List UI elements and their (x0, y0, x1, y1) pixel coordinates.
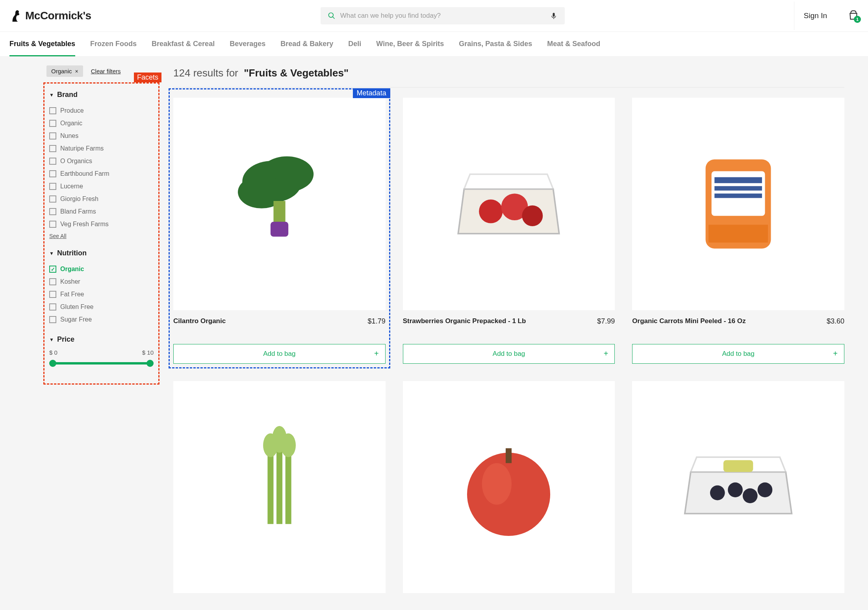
product-image (403, 98, 615, 310)
facet-option[interactable]: Sugar Free (49, 313, 154, 326)
facet-price: ▼ Price $ 0 $ 10 (49, 335, 154, 367)
annotation-facets-label: Facets (134, 73, 161, 82)
facet-option[interactable]: Fat Free (49, 288, 154, 301)
add-to-bag-button[interactable]: Add to bag+ (173, 344, 386, 364)
price-slider-max-thumb[interactable] (147, 360, 154, 367)
svg-line-1 (332, 17, 334, 19)
product-price: $7.99 (597, 317, 615, 337)
checkbox-icon (49, 158, 56, 165)
price-slider-min-thumb[interactable] (49, 360, 56, 367)
nav-item[interactable]: Meat & Seafood (547, 40, 600, 56)
add-to-bag-button[interactable]: Add to bag+ (403, 344, 615, 364)
product-card[interactable] (173, 381, 386, 601)
product-card[interactable]: Strawberries Organic Prepacked - 1 Lb$7.… (403, 98, 615, 364)
plus-icon: + (374, 349, 379, 358)
filter-chip-organic[interactable]: Organic × (46, 65, 83, 77)
svg-rect-16 (714, 193, 762, 198)
plus-icon: + (604, 349, 608, 358)
facet-brand-toggle[interactable]: ▼ Brand (49, 91, 154, 99)
brand-name: McCormick's (25, 9, 91, 22)
microphone-icon[interactable] (550, 12, 558, 20)
svg-point-25 (482, 463, 512, 505)
svg-rect-15 (714, 186, 762, 190)
facet-option[interactable]: Bland Farms (49, 205, 154, 218)
results-header: 124 results for "Fruits & Vegetables" (173, 67, 844, 87)
checkbox-icon: ✓ (49, 266, 56, 273)
add-to-bag-button[interactable]: Add to bag+ (632, 344, 844, 364)
dog-logo-icon (9, 9, 21, 23)
facet-option[interactable]: Kosher (49, 275, 154, 288)
caret-down-icon: ▼ (49, 92, 54, 98)
svg-point-0 (328, 13, 333, 18)
facet-option[interactable]: Organic (49, 117, 154, 130)
svg-rect-8 (271, 222, 288, 237)
svg-rect-17 (708, 225, 768, 242)
svg-rect-18 (267, 450, 273, 524)
svg-point-9 (479, 199, 503, 223)
svg-rect-2 (553, 13, 555, 17)
facet-option[interactable]: Earthbound Farm (49, 167, 154, 180)
product-name: Organic Carrots Mini Peeled - 16 Oz (632, 317, 746, 337)
search-bar (321, 7, 565, 24)
product-image (173, 381, 386, 593)
price-min-label: $ 0 (49, 349, 57, 356)
price-max-label: $ 10 (142, 349, 154, 356)
product-card[interactable]: MetadataCilantro Organic$1.79Add to bag+ (173, 98, 386, 364)
nav-item[interactable]: Bread & Bakery (280, 40, 333, 56)
product-price: $3.60 (827, 317, 844, 337)
facet-option[interactable]: Naturipe Farms (49, 142, 154, 155)
svg-point-11 (522, 205, 543, 226)
facet-option[interactable]: Giorgio Fresh (49, 193, 154, 205)
facets-panel: Facets ▼ Brand ProduceOrganicNunesNaturi… (43, 82, 160, 385)
svg-point-29 (743, 489, 758, 504)
product-image (632, 98, 844, 310)
facet-brand: ▼ Brand ProduceOrganicNunesNaturipe Farm… (49, 91, 154, 240)
nav-item[interactable]: Breakfast & Cereal (152, 40, 215, 56)
nav-item[interactable]: Frozen Foods (90, 40, 137, 56)
checkbox-icon (49, 145, 56, 152)
nav-item[interactable]: Fruits & Vegetables (9, 40, 75, 56)
facet-option[interactable]: Veg Fresh Farms (49, 218, 154, 231)
filter-sidebar: Organic × Clear filters Facets ▼ Brand P… (0, 57, 150, 610)
product-card[interactable] (632, 381, 844, 601)
facet-option[interactable]: Lucerne (49, 180, 154, 193)
svg-rect-20 (285, 450, 291, 524)
checkbox-icon (49, 107, 56, 114)
cart-button[interactable]: 1 (848, 9, 859, 22)
product-card[interactable] (403, 381, 615, 601)
brand-logo[interactable]: McCormick's (9, 9, 91, 23)
checkbox-icon (49, 291, 56, 298)
nav-item[interactable]: Beverages (230, 40, 265, 56)
svg-point-27 (710, 485, 725, 500)
product-card[interactable]: Organic Carrots Mini Peeled - 16 Oz$3.60… (632, 98, 844, 364)
product-price: $1.79 (368, 317, 386, 337)
facet-option[interactable]: Nunes (49, 130, 154, 142)
search-input[interactable] (340, 12, 545, 20)
price-slider[interactable] (49, 359, 154, 367)
svg-point-23 (281, 433, 296, 457)
nav-item[interactable]: Wine, Beer & Spirits (376, 40, 444, 56)
caret-down-icon: ▼ (49, 337, 54, 342)
chip-remove-icon[interactable]: × (75, 68, 78, 74)
nav-item[interactable]: Grains, Pasta & Sides (459, 40, 532, 56)
search-icon (328, 12, 336, 20)
svg-rect-14 (714, 177, 762, 183)
facet-option[interactable]: Produce (49, 104, 154, 117)
checkbox-icon (49, 195, 56, 203)
svg-rect-26 (506, 448, 512, 463)
facet-nutrition-toggle[interactable]: ▼ Nutrition (49, 249, 154, 257)
svg-rect-19 (276, 445, 282, 524)
nav-item[interactable]: Deli (348, 40, 361, 56)
checkbox-icon (49, 208, 56, 215)
category-nav: Fruits & VegetablesFrozen FoodsBreakfast… (0, 32, 868, 57)
facet-option[interactable]: Gluten Free (49, 301, 154, 313)
facet-option[interactable]: O Organics (49, 155, 154, 167)
clear-filters-link[interactable]: Clear filters (91, 68, 121, 74)
sign-in-button[interactable]: Sign In (794, 2, 836, 30)
facet-price-toggle[interactable]: ▼ Price (49, 335, 154, 344)
svg-point-28 (728, 483, 743, 498)
svg-rect-31 (723, 460, 753, 472)
checkbox-icon (49, 221, 56, 228)
facet-option[interactable]: ✓Organic (49, 263, 154, 275)
brand-see-all-link[interactable]: See All (49, 233, 67, 239)
